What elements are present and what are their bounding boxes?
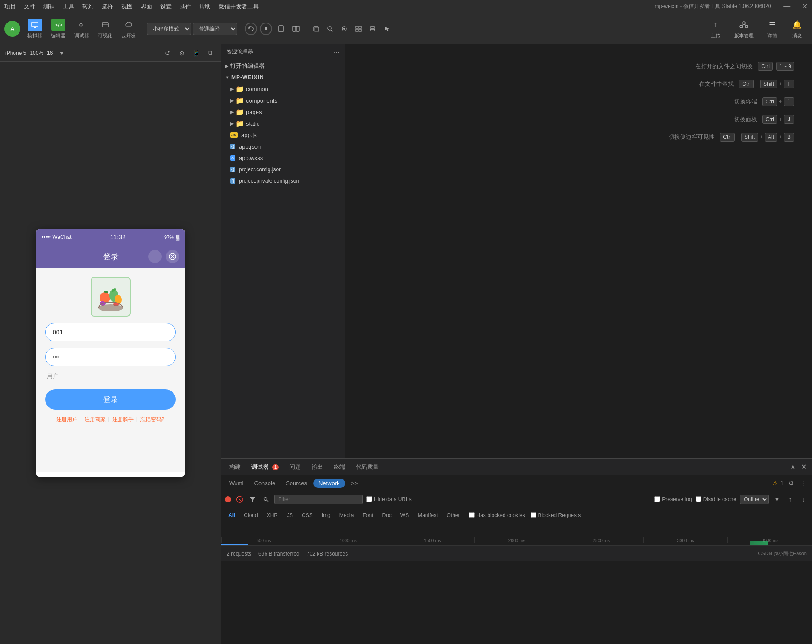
export-btn[interactable]: ↓ xyxy=(799,494,808,504)
menu-item-file[interactable]: 文件 xyxy=(24,3,35,11)
menu-item-goto[interactable]: 转到 xyxy=(82,3,94,11)
folder-common[interactable]: ▶ 📁 common xyxy=(221,83,345,95)
menu-item-wechat-devtools[interactable]: 微信开发者工具 xyxy=(219,3,259,11)
screenshot-btn[interactable]: ⊙ xyxy=(177,48,187,58)
filter-doc[interactable]: Doc xyxy=(378,511,395,519)
filter-icon-btn[interactable] xyxy=(248,494,258,504)
grid-btn[interactable] xyxy=(352,23,365,35)
user-avatar[interactable]: A xyxy=(4,21,20,37)
maximize-btn[interactable]: □ xyxy=(794,2,798,11)
filter-manifest[interactable]: Manifest xyxy=(414,511,441,519)
filter-cloud[interactable]: Cloud xyxy=(240,511,261,519)
debugger-toolbar-btn[interactable]: ⚙ 调试器 xyxy=(71,17,92,41)
network-subtab-console[interactable]: Console xyxy=(250,478,280,488)
close-btn[interactable]: ✕ xyxy=(802,2,808,11)
detail-btn[interactable]: ☰ 详情 xyxy=(762,17,783,41)
password-input[interactable] xyxy=(45,348,176,366)
nav-close-btn[interactable] xyxy=(166,250,179,263)
more-sim-btn[interactable]: ⧉ xyxy=(205,48,216,58)
search-network-btn[interactable] xyxy=(261,494,271,504)
register-user-link[interactable]: 注册用户 xyxy=(56,416,77,423)
register-merchant-link[interactable]: 注册商家 xyxy=(85,416,106,423)
preserve-log-label[interactable]: Preserve log xyxy=(654,496,692,502)
filter-all[interactable]: All xyxy=(225,511,239,519)
online-select[interactable]: Online xyxy=(740,494,769,504)
file-app-json[interactable]: {} app.json xyxy=(221,141,345,152)
tab-code-quality[interactable]: 代码质量 xyxy=(351,461,383,473)
rotate-btn[interactable]: ↺ xyxy=(162,48,173,58)
source-btn[interactable] xyxy=(338,23,350,35)
upload-btn[interactable]: ↑ 上传 xyxy=(705,17,726,41)
mode-select[interactable]: 小程序模式 xyxy=(147,23,191,35)
devtools-close-btn[interactable]: ✕ xyxy=(799,461,808,473)
folder-static[interactable]: ▶ 📁 static xyxy=(221,118,345,129)
tab-terminal[interactable]: 终端 xyxy=(329,461,350,473)
file-app-js[interactable]: JS app.js xyxy=(221,129,345,141)
cursor-btn[interactable] xyxy=(381,23,393,35)
login-button[interactable]: 登录 xyxy=(45,389,176,410)
menu-item-view[interactable]: 视图 xyxy=(121,3,133,11)
disable-cache-label[interactable]: Disable cache xyxy=(696,496,736,502)
root-folder-item[interactable]: ▼ MP-WEIXIN xyxy=(221,72,345,83)
version-btn[interactable]: 版本管理 xyxy=(730,17,758,41)
nav-more-btn[interactable]: ··· xyxy=(148,250,162,263)
network-filter-input[interactable] xyxy=(274,494,363,504)
blocked-requests-label[interactable]: Blocked Requests xyxy=(531,512,581,518)
menu-item-select[interactable]: 选择 xyxy=(102,3,113,11)
minimize-btn[interactable]: — xyxy=(783,2,790,11)
tab-debugger[interactable]: 调试器 1 xyxy=(247,461,283,473)
menu-item-tools[interactable]: 工具 xyxy=(63,3,74,11)
visual-toolbar-btn[interactable]: 可视化 xyxy=(94,17,116,41)
stop-btn[interactable] xyxy=(260,23,272,35)
file-project-private-config[interactable]: {} project.private.config.json xyxy=(221,175,345,187)
network-subtab-more[interactable]: >> xyxy=(347,478,362,488)
filter-ws[interactable]: WS xyxy=(397,511,412,519)
settings-icon[interactable]: ⚙ xyxy=(786,479,796,488)
compile-select[interactable]: 普通编译 xyxy=(193,23,237,35)
blocked-requests-checkbox[interactable] xyxy=(531,512,536,518)
register-rider-link[interactable]: 注册骑手 xyxy=(112,416,134,423)
filter-img[interactable]: Img xyxy=(318,511,334,519)
tab-build[interactable]: 构建 xyxy=(225,461,245,473)
filter-xhr[interactable]: XHR xyxy=(263,511,281,519)
forgot-password-link[interactable]: 忘记密码? xyxy=(140,416,165,423)
filter-css[interactable]: CSS xyxy=(298,511,316,519)
folder-components[interactable]: ▶ 📁 components xyxy=(221,95,345,106)
search-toolbar-btn[interactable] xyxy=(324,23,336,35)
message-btn[interactable]: 🔔 消息 xyxy=(786,17,808,41)
file-project-config[interactable]: {} project.config.json xyxy=(221,164,345,175)
menu-item-interface[interactable]: 界面 xyxy=(141,3,152,11)
menu-item-edit[interactable]: 编辑 xyxy=(43,3,55,11)
file-app-wxss[interactable]: S app.wxss xyxy=(221,152,345,164)
tab-issues[interactable]: 问题 xyxy=(285,461,305,473)
preserve-log-checkbox[interactable] xyxy=(654,496,660,502)
filter-js[interactable]: JS xyxy=(283,511,296,519)
import-btn[interactable]: ↑ xyxy=(785,494,795,504)
phone-frame-btn[interactable]: 📱 xyxy=(191,48,201,58)
copy-btn[interactable] xyxy=(310,23,322,35)
network-subtab-network[interactable]: Network xyxy=(313,479,345,488)
devtools-expand-btn[interactable]: ∧ xyxy=(789,461,797,473)
explorer-more-btn[interactable]: ··· xyxy=(334,48,339,56)
record-btn[interactable] xyxy=(225,496,231,502)
network-subtab-wxml[interactable]: Wxml xyxy=(225,478,248,488)
cloud-toolbar-btn[interactable]: 云开发 xyxy=(118,17,139,41)
phone-view-btn[interactable] xyxy=(275,23,287,35)
hide-data-urls-checkbox[interactable] xyxy=(366,496,372,502)
throttle-btn[interactable]: ▼ xyxy=(772,494,782,504)
block-icon-btn[interactable]: 🚫 xyxy=(235,494,244,504)
menu-item-plugin[interactable]: 插件 xyxy=(180,3,191,11)
device-dropdown-btn[interactable]: ▼ xyxy=(56,48,67,58)
has-blocked-cookies-label[interactable]: Has blocked cookies xyxy=(469,512,525,518)
disable-cache-checkbox[interactable] xyxy=(696,496,701,502)
refresh-btn[interactable] xyxy=(245,23,257,35)
menu-item-project[interactable]: 项目 xyxy=(4,3,16,11)
simulator-toolbar-btn[interactable]: 模拟器 xyxy=(24,17,46,41)
menu-item-help[interactable]: 帮助 xyxy=(199,3,211,11)
filter-media[interactable]: Media xyxy=(336,511,358,519)
filter-other[interactable]: Other xyxy=(443,511,464,519)
username-input[interactable] xyxy=(45,323,176,341)
folder-pages[interactable]: ▶ 📁 pages xyxy=(221,106,345,118)
layers-btn[interactable] xyxy=(366,23,379,35)
filter-font[interactable]: Font xyxy=(359,511,377,519)
